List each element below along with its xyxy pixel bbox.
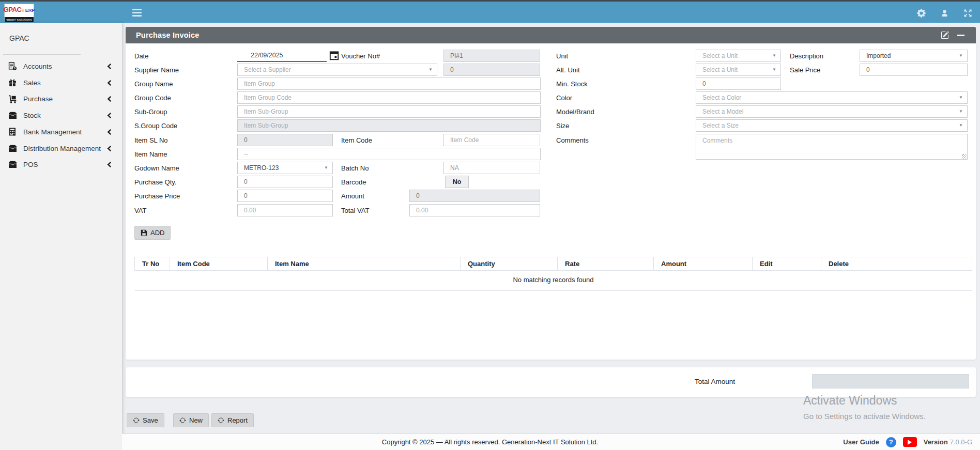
- sidebar-item-distribution-management[interactable]: Distribution Management: [0, 142, 122, 155]
- barcode-toggle-button[interactable]: No: [445, 176, 469, 188]
- logo-text: GPAC: [4, 6, 22, 13]
- sidebar-brand: GPAC: [9, 34, 29, 42]
- item-code-label: Item Code: [341, 134, 372, 146]
- item-name-label: Item Name: [134, 148, 167, 160]
- calendar-icon[interactable]: [329, 51, 339, 61]
- chevron-left-icon: [107, 162, 112, 167]
- group-name-label: Group Name: [134, 77, 173, 90]
- comments-textarea[interactable]: [696, 134, 968, 160]
- purchase-price-label: Purchase Price: [134, 190, 180, 202]
- user-icon[interactable]: [940, 8, 949, 18]
- copyright-text: Copyright © 2025 — All rights reserved. …: [382, 438, 598, 446]
- caret-down-icon: [959, 123, 963, 128]
- menu-icon[interactable]: [132, 9, 142, 17]
- sub-group-label: Sub-Group: [134, 105, 167, 118]
- topbar: GPAC®ERP smart solutions: [0, 0, 980, 23]
- distribution-box-icon: [7, 145, 18, 152]
- sidebar-item-accounts[interactable]: $ Accounts: [0, 59, 122, 73]
- size-label: Size: [556, 119, 569, 132]
- godown-select[interactable]: METRO-123: [237, 162, 333, 174]
- model-select[interactable]: Select a Model: [696, 105, 968, 118]
- sidebar-item-label: Distribution Management: [23, 145, 101, 152]
- col-quantity: Quantity: [461, 257, 558, 271]
- sidebar-item-bank-management[interactable]: Bank Management: [0, 125, 122, 138]
- logo-tagline: smart solutions: [5, 17, 34, 22]
- supplier-label: Supplier Name: [134, 64, 179, 76]
- sidebar-item-stock[interactable]: Stock: [0, 108, 122, 122]
- caret-down-icon: [428, 68, 433, 72]
- new-button[interactable]: New: [173, 413, 209, 427]
- caret-down-icon: [959, 96, 963, 100]
- minimize-icon[interactable]: [957, 35, 964, 36]
- min-stock-label: Min. Stock: [556, 77, 588, 90]
- user-guide-link[interactable]: User Guide: [843, 438, 879, 446]
- gear-icon[interactable]: [916, 8, 926, 18]
- sales-icon: [7, 79, 18, 87]
- app-logo[interactable]: GPAC®ERP smart solutions: [4, 4, 34, 22]
- add-button[interactable]: ADD: [134, 226, 171, 240]
- report-button[interactable]: Report: [211, 413, 254, 427]
- chevron-left-icon: [107, 80, 112, 86]
- sale-price-label: Sale Price: [790, 64, 820, 76]
- vat-label: VAT: [134, 204, 146, 216]
- col-tr-no: Tr No: [135, 257, 170, 271]
- date-input[interactable]: [237, 50, 327, 62]
- s-group-code-label: S.Group Code: [134, 119, 177, 132]
- alt-unit-select[interactable]: Select a Unit: [696, 64, 781, 76]
- sale-price-input[interactable]: [860, 64, 968, 76]
- textarea-resize-handle[interactable]: [962, 154, 967, 159]
- purchase-icon: [7, 95, 18, 103]
- unit-label: Unit: [556, 50, 568, 62]
- sidebar-item-purchase[interactable]: Purchase: [0, 92, 122, 105]
- total-vat-label: Total VAT: [341, 204, 369, 216]
- color-select[interactable]: Select a Color: [696, 91, 968, 104]
- caret-down-icon: [772, 68, 776, 72]
- caret-down-icon: [324, 166, 328, 170]
- version-text: Version7.0.0-G: [924, 438, 972, 446]
- sidebar-divider: [3, 54, 81, 55]
- color-label: Color: [556, 91, 572, 104]
- s-group-code-input: [237, 119, 541, 132]
- chevron-left-icon: [107, 64, 112, 69]
- purchase-qty-input[interactable]: [237, 176, 333, 188]
- save-button-label: Save: [143, 416, 158, 424]
- edit-icon[interactable]: [941, 31, 949, 39]
- save-button[interactable]: Save: [127, 413, 164, 427]
- voucher-label: Voucher No#: [341, 50, 380, 62]
- vat-input[interactable]: [237, 204, 333, 216]
- min-stock-input[interactable]: [696, 77, 781, 90]
- chevron-left-icon: [107, 113, 112, 118]
- batch-no-input[interactable]: [443, 162, 540, 174]
- table-row: No matching records found: [135, 271, 972, 291]
- col-item-name: Item Name: [268, 257, 461, 271]
- sidebar-item-pos[interactable]: POS: [0, 158, 122, 171]
- unit-select[interactable]: Select a Unit: [696, 50, 781, 62]
- item-sl-no-input: [237, 134, 333, 146]
- fullscreen-icon[interactable]: [963, 8, 972, 18]
- purchase-price-input[interactable]: [237, 190, 333, 202]
- item-code-input[interactable]: [443, 134, 540, 146]
- group-code-input[interactable]: [237, 91, 541, 104]
- sidebar-item-sales[interactable]: Sales: [0, 76, 122, 89]
- group-name-input[interactable]: [237, 77, 541, 90]
- col-delete: Delete: [821, 257, 972, 271]
- youtube-icon[interactable]: [903, 437, 917, 447]
- col-item-code: Item Code: [170, 257, 268, 271]
- sub-group-input[interactable]: [237, 105, 541, 118]
- chevron-left-icon: [107, 129, 112, 135]
- model-brand-label: Model/Brand: [556, 105, 594, 118]
- total-amount-card: Total Amount: [126, 367, 976, 397]
- description-label: Description: [790, 50, 823, 62]
- item-name-input[interactable]: [237, 148, 541, 160]
- batch-no-label: Batch No: [341, 162, 369, 174]
- size-select[interactable]: Select a Size: [696, 119, 968, 132]
- supplier-select[interactable]: Select a Supplier: [237, 64, 437, 76]
- app-window: GPAC®ERP smart solutions GPAC $ Accounts: [0, 0, 980, 450]
- total-vat-input[interactable]: [409, 204, 540, 216]
- help-icon[interactable]: ?: [886, 437, 896, 447]
- comments-label: Comments: [556, 134, 589, 146]
- purchase-invoice-card: Date Voucher No# Supplier Name Select a …: [126, 43, 976, 360]
- sidebar: GPAC $ Accounts Sales Purchase: [0, 23, 122, 450]
- supplier-balance-input: [443, 64, 540, 76]
- description-select[interactable]: Imported: [860, 50, 968, 62]
